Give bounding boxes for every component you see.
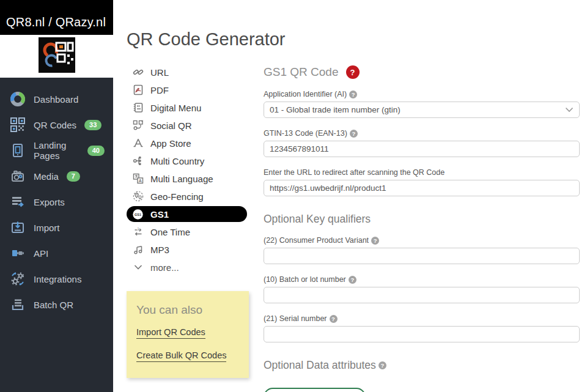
sidebar-item-batch-qr[interactable]: Batch QR [0, 292, 113, 317]
type-item-url[interactable]: URL [127, 64, 247, 80]
batch-lot-number-field: (10) Batch or lot number ? [264, 275, 580, 303]
one-time-loop-icon: 1 [132, 226, 144, 238]
help-icon[interactable]: ? [349, 91, 357, 98]
redirect-url-label: Enter the URL to redirect after scanning… [264, 168, 445, 177]
redirect-url-input[interactable] [264, 180, 580, 196]
sidebar-item-label: Batch QR [34, 300, 73, 310]
type-item-label: One Time [150, 227, 190, 237]
sidebar: QR8.nl / QRazy.nl [0, 0, 113, 392]
multi-language-icon: A [132, 173, 144, 185]
help-icon[interactable]: ? [378, 361, 386, 369]
qr-codes-count-badge: 33 [84, 120, 102, 130]
help-icon[interactable]: ? [350, 130, 358, 138]
help-icon-red[interactable]: ? [346, 65, 360, 79]
create-bulk-qr-codes-link[interactable]: Create Bulk QR Codes [136, 350, 226, 362]
serial-number-input[interactable] [264, 326, 580, 342]
gs1-logo-icon: GS1 [132, 209, 144, 220]
sidebar-item-label: Dashboard [34, 94, 78, 105]
consumer-product-variant-input[interactable] [264, 248, 580, 264]
type-item-mp3[interactable]: MP3 [127, 242, 247, 257]
consumer-product-variant-field: (22) Consumer Product Variant ? [264, 236, 580, 264]
import-icon [10, 220, 26, 235]
type-item-label: more... [150, 262, 179, 273]
sidebar-item-landing-pages[interactable]: Landing Pages 40 [0, 138, 113, 163]
also-panel-title: You can also [136, 303, 239, 317]
sidebar-item-label: Media [34, 171, 59, 182]
batch-stack-icon [10, 297, 26, 312]
sidebar-item-label: Integrations [34, 274, 81, 284]
qr-code-icon [10, 117, 26, 133]
type-item-social-qr[interactable]: Social QR [127, 117, 247, 133]
svg-text:1: 1 [137, 227, 139, 231]
gtin-input[interactable] [264, 141, 580, 157]
gs1-logo-text: GS1 [135, 213, 141, 216]
serial-number-field: (21) Serial number ? [264, 314, 580, 342]
sidebar-item-media[interactable]: Media 7 [0, 163, 113, 189]
help-icon[interactable]: ? [371, 237, 379, 245]
help-icon[interactable]: ? [330, 315, 338, 323]
batch-lot-number-label: (10) Batch or lot number [264, 275, 346, 284]
type-item-geo-fencing[interactable]: Geo-Fencing [127, 188, 247, 204]
import-qr-codes-link[interactable]: Import QR Codes [136, 327, 205, 339]
key-qualifiers-section-title: Optional Key qualifiers [264, 213, 580, 226]
type-item-gs1-active[interactable]: GS1 GS1 [127, 206, 247, 222]
sidebar-item-label: Landing Pages [34, 140, 79, 161]
type-item-label: Multi Country [150, 156, 204, 166]
landing-pages-count-badge: 40 [87, 146, 105, 156]
phone-icon [10, 142, 26, 158]
sidebar-item-qr-codes[interactable]: QR Codes 33 [0, 112, 113, 138]
field-label: (21) Serial number ? [264, 314, 580, 323]
type-item-multi-language[interactable]: A Multi Language [127, 171, 247, 187]
menu-book-icon [132, 102, 144, 114]
sidebar-item-label: QR Codes [34, 120, 76, 130]
add-data-attribute-button[interactable]: + Add Data Attribute [264, 388, 366, 392]
consumer-product-variant-label: (22) Consumer Product Variant [264, 236, 369, 245]
you-can-also-panel: You can also Import QR Codes Create Bulk… [127, 291, 249, 378]
selected-option: 01 - Global trade item number (gtin) [270, 105, 401, 114]
api-plug-icon [10, 245, 26, 261]
dashboard-donut-icon [10, 91, 26, 107]
sidebar-nav: Dashboard QR Codes 33 [0, 78, 113, 317]
type-item-label: PDF [150, 85, 169, 95]
sidebar-item-label: Exports [34, 197, 65, 207]
field-label: Enter the URL to redirect after scanning… [264, 168, 580, 177]
form-title: GS1 QR Code [264, 65, 339, 79]
sidebar-item-integrations[interactable]: Integrations [0, 266, 113, 292]
qr-type-nav: URL PDF D [127, 64, 264, 392]
brand-qr-logo [39, 37, 75, 75]
data-attributes-section-title: Optional Data attributes ? [264, 359, 580, 372]
multi-country-icon [132, 155, 144, 167]
type-item-multi-country[interactable]: Multi Country [127, 153, 247, 169]
type-item-one-time[interactable]: 1 One Time [127, 224, 247, 240]
pdf-icon [132, 84, 144, 96]
type-item-label: MP3 [150, 245, 169, 255]
svg-text:A: A [138, 179, 141, 183]
field-label: (22) Consumer Product Variant ? [264, 236, 580, 245]
logo-strip [0, 35, 113, 78]
gtin-label: GTIN-13 Code (EAN-13) [264, 129, 347, 138]
type-item-app-store[interactable]: App Store [127, 135, 247, 151]
field-label: GTIN-13 Code (EAN-13) ? [264, 129, 580, 138]
type-item-label: Social QR [150, 120, 192, 131]
batch-lot-number-input[interactable] [264, 287, 580, 303]
application-identifier-select[interactable]: 01 - Global trade item number (gtin) [264, 102, 580, 118]
serial-number-label: (21) Serial number [264, 314, 327, 323]
sidebar-item-label: API [34, 248, 48, 259]
sidebar-item-api[interactable]: API [0, 240, 113, 266]
media-count-badge: 7 [67, 171, 80, 182]
type-item-label: Geo-Fencing [150, 191, 204, 202]
sidebar-item-dashboard[interactable]: Dashboard [0, 86, 113, 112]
help-icon[interactable]: ? [349, 276, 356, 284]
type-item-pdf[interactable]: PDF [127, 82, 247, 98]
type-item-digital-menu[interactable]: Digital Menu [127, 100, 247, 116]
sidebar-item-label: Import [34, 223, 60, 233]
application-identifier-label: Application Identifier (AI) [264, 90, 347, 98]
brand-title: QR8.nl / QRazy.nl [0, 0, 113, 35]
select-chevron-icon [565, 105, 574, 114]
sidebar-item-exports[interactable]: Exports [0, 189, 113, 215]
sidebar-item-import[interactable]: Import [0, 215, 113, 240]
gs1-form: GS1 QR Code ? Application Identifier (AI… [264, 64, 580, 392]
gears-icon [10, 271, 26, 287]
type-item-label: Digital Menu [150, 103, 201, 113]
type-item-more[interactable]: more... [127, 259, 247, 275]
